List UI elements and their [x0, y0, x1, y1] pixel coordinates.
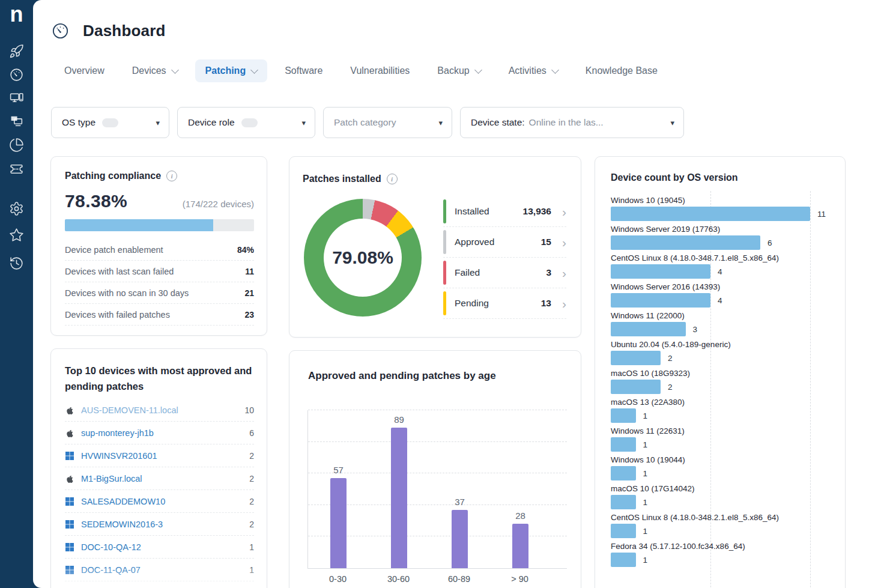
device-patch-count: 2	[249, 520, 254, 529]
age-bar[interactable]	[452, 510, 468, 568]
getting-started-rocket-icon[interactable]	[9, 44, 24, 59]
device-name-link[interactable]: AUS-DEMOVEN-11.local	[81, 405, 238, 415]
device-name-link[interactable]: SEDEMOWIN2016-3	[81, 520, 243, 529]
device-name-link[interactable]: SALESADDEMOW10	[81, 497, 243, 506]
tab[interactable]: Overview	[54, 59, 115, 82]
os-count-bar[interactable]	[611, 380, 661, 394]
os-count-bar[interactable]	[611, 408, 636, 423]
device-name-link[interactable]: HVWINSVR201601	[81, 451, 243, 461]
device-row[interactable]: SALESADDEMOW10 2	[65, 490, 254, 513]
info-icon[interactable]	[387, 174, 398, 184]
remote-screens-icon-active[interactable]	[9, 114, 24, 129]
compliance-stat-row[interactable]: Devices with last scan failed 11	[65, 261, 254, 282]
settings-gear-icon[interactable]	[9, 201, 24, 216]
bar-value-label: 28	[515, 511, 525, 521]
tab[interactable]: Devices	[122, 59, 188, 82]
caret-down-icon	[438, 118, 443, 127]
compliance-stat-row[interactable]: Devices with no scan in 30 days 21	[65, 282, 254, 304]
os-count-bar[interactable]	[611, 466, 636, 480]
os-icon	[65, 542, 74, 552]
legend-color-bar	[443, 291, 446, 315]
legend-row[interactable]: Failed 3	[443, 258, 566, 288]
devices-icon[interactable]	[9, 90, 24, 105]
dashboard-gauge-icon[interactable]	[9, 67, 24, 82]
tab[interactable]: Software	[274, 59, 333, 82]
compliance-stat-row[interactable]: Device patch enablement 84%	[65, 239, 254, 261]
os-count-bar[interactable]	[611, 437, 636, 452]
os-count-bar[interactable]	[611, 235, 760, 250]
device-row[interactable]: M1-BigSur.local 2	[65, 467, 254, 490]
device-name-link[interactable]: M1-BigSur.local	[81, 474, 243, 483]
os-count-bar[interactable]	[611, 322, 686, 336]
stat-value: 23	[244, 310, 254, 320]
os-version-row: Windows 10 (19044) 1	[611, 455, 845, 480]
device-row[interactable]: DOC-10-QA-12 1	[65, 536, 254, 559]
tab[interactable]: Knowledge Base	[575, 59, 668, 82]
compliance-percent: 78.38%	[65, 191, 127, 211]
tab[interactable]: Patching	[195, 59, 268, 82]
windows-icon	[65, 565, 74, 575]
device-row[interactable]: SEDEMOWIN2016-3 2	[65, 513, 254, 536]
age-bar[interactable]	[512, 524, 528, 568]
card-title: Patching compliance	[65, 171, 254, 181]
os-count-bar[interactable]	[611, 524, 636, 538]
device-row[interactable]: DOC-11-QA-07 1	[65, 559, 254, 581]
ticketing-icon[interactable]	[9, 162, 24, 177]
card-title: Top 10 devices with most approved and pe…	[65, 363, 254, 394]
os-count-bar[interactable]	[611, 553, 636, 567]
device-patch-count: 6	[249, 428, 254, 438]
legend-row[interactable]: Pending 13	[443, 288, 566, 319]
tab[interactable]: Backup	[427, 59, 491, 82]
legend-row[interactable]: Installed 13,936	[443, 196, 566, 227]
page-header: Dashboard	[51, 22, 166, 40]
os-count-bar[interactable]	[611, 495, 636, 509]
filter-label: OS type	[62, 117, 95, 128]
age-bar[interactable]	[330, 478, 347, 568]
os-icon	[65, 405, 74, 415]
device-row[interactable]: AUS-DEMOVEN-11.local 10	[65, 399, 254, 422]
device-name-link[interactable]: DOC-11-QA-07	[81, 565, 243, 575]
app-sidebar: n	[0, 0, 33, 588]
device-row[interactable]: SEDEMONMS 1	[65, 581, 254, 588]
tab-label: Knowledge Base	[586, 65, 658, 76]
legend-row[interactable]: Approved 15	[443, 227, 566, 258]
os-count-value: 6	[767, 238, 772, 247]
compliance-stat-row[interactable]: Devices with failed patches 23	[65, 304, 254, 326]
age-bucket-column: 28	[490, 410, 551, 568]
device-row[interactable]: HVWINSVR201601 2	[65, 444, 254, 467]
age-bar[interactable]	[391, 428, 407, 568]
info-icon[interactable]	[166, 171, 177, 181]
tab[interactable]: Vulnerabilities	[340, 59, 420, 82]
top-devices-card: Top 10 devices with most approved and pe…	[50, 348, 267, 588]
legend-value: 13	[541, 298, 551, 309]
device-row[interactable]: sup-monterey-jh1b 6	[65, 422, 254, 444]
os-count-value: 1	[643, 411, 648, 420]
filter-dropdown[interactable]: Device state: Online in the las...	[460, 107, 684, 138]
reports-pie-chart-icon[interactable]	[9, 138, 24, 153]
filter-dropdown[interactable]: Device role	[177, 107, 315, 138]
card-title: Approved and pending patches by age	[308, 370, 581, 382]
os-count-bar[interactable]	[611, 293, 710, 308]
bar-value-label: 57	[333, 465, 344, 475]
device-patch-count: 1	[249, 542, 254, 552]
filter-bar: OS type Device role Patch category	[51, 107, 684, 138]
filter-label: Patch category	[334, 117, 396, 128]
os-count-value: 3	[693, 325, 698, 334]
patches-donut-chart[interactable]: 79.08%	[304, 199, 422, 317]
device-name-link[interactable]: DOC-10-QA-12	[81, 542, 243, 552]
filter-dropdown[interactable]: Patch category	[323, 107, 452, 138]
ninja-logo[interactable]: n	[0, 4, 33, 25]
os-count-bar[interactable]	[611, 207, 810, 221]
os-version-label: Fedora 34 (5.17.12-100.fc34.x86_64)	[611, 542, 845, 551]
favorites-star-icon[interactable]	[9, 228, 24, 243]
os-count-bar[interactable]	[611, 264, 710, 279]
os-count-bar[interactable]	[611, 351, 661, 365]
filter-label: Device state:	[471, 117, 525, 128]
tab[interactable]: Activities	[498, 59, 568, 82]
filter-dropdown[interactable]: OS type	[51, 107, 169, 138]
os-icon	[65, 474, 74, 483]
stat-value: 21	[244, 288, 254, 298]
history-icon[interactable]	[9, 256, 24, 271]
device-name-link[interactable]: sup-monterey-jh1b	[81, 428, 243, 438]
stat-label: Devices with failed patches	[65, 310, 170, 320]
